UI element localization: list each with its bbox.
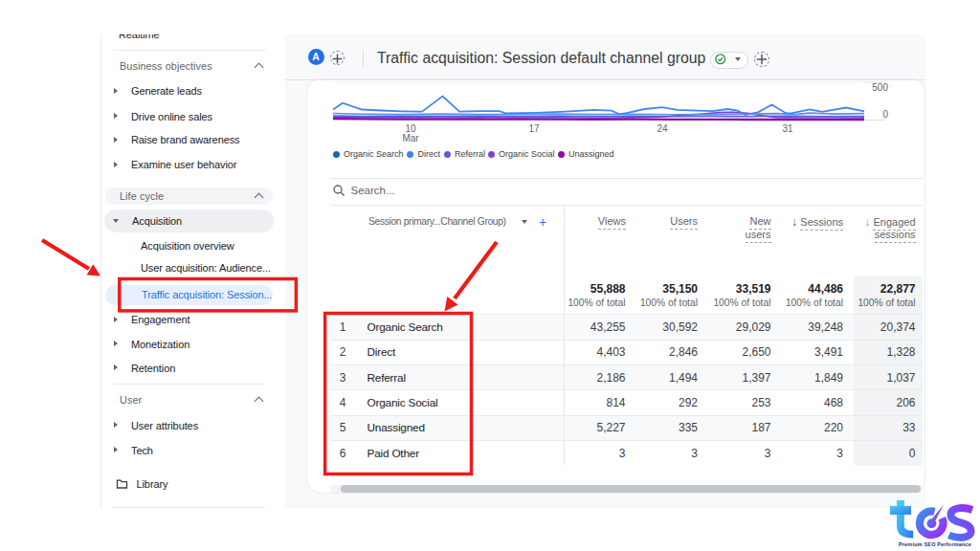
svg-text:Premium SEO Performance: Premium SEO Performance bbox=[899, 541, 971, 547]
